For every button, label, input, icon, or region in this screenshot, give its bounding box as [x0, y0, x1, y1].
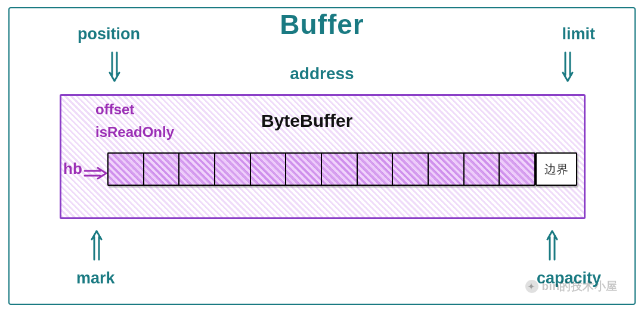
wechat-icon: ✦	[525, 280, 538, 293]
position-label: position	[78, 25, 140, 43]
offset-label: offset	[95, 101, 134, 118]
arrow-right-icon	[83, 166, 107, 181]
hb-cell	[429, 154, 465, 185]
boundary-cell: 边界	[535, 152, 577, 186]
hb-cell	[109, 154, 144, 185]
buffer-title: Buffer	[280, 8, 364, 40]
hb-cell	[179, 154, 215, 185]
hb-cell	[322, 154, 358, 185]
isreadonly-label: isReadOnly	[95, 124, 174, 141]
hb-array	[107, 152, 535, 186]
limit-label: limit	[562, 25, 595, 43]
hb-label: hb	[63, 160, 82, 178]
arrow-down-icon	[559, 51, 576, 82]
hb-cell	[251, 154, 287, 185]
address-label: address	[290, 64, 354, 83]
bytebuffer-title: ByteBuffer	[261, 111, 352, 131]
arrow-down-icon	[106, 51, 123, 82]
hb-cell	[144, 154, 180, 185]
watermark: ✦ bin的技术小屋	[525, 279, 618, 294]
hb-cell	[358, 154, 394, 185]
arrow-up-icon	[544, 230, 561, 261]
watermark-text: bin的技术小屋	[542, 279, 618, 294]
hb-cell	[465, 154, 500, 185]
hb-cell	[500, 154, 535, 185]
hb-cell	[393, 154, 429, 185]
hb-cell	[286, 154, 322, 185]
mark-label: mark	[76, 269, 115, 288]
arrow-up-icon	[88, 230, 105, 261]
hb-cell	[215, 154, 251, 185]
